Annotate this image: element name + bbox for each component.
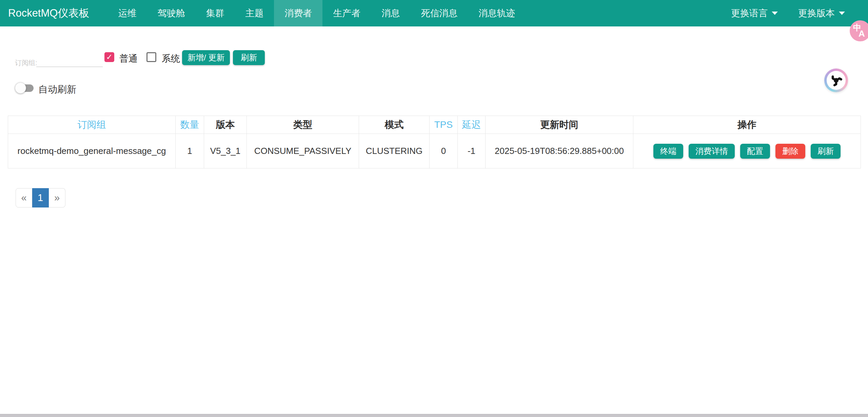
subscription-group-label: 订阅组: bbox=[15, 58, 37, 67]
table-row: rocketmq-demo_general-message_cg 1 V5_3_… bbox=[8, 134, 861, 168]
pagination-prev-button[interactable]: « bbox=[16, 188, 32, 207]
tri-spoke-logo-icon bbox=[830, 74, 843, 87]
col-header-tps[interactable]: TPS bbox=[430, 116, 458, 134]
toggle-knob bbox=[15, 82, 26, 94]
floating-logo-button[interactable] bbox=[824, 68, 848, 92]
config-button[interactable]: 配置 bbox=[740, 144, 770, 159]
horizontal-scrollbar[interactable] bbox=[0, 414, 868, 417]
nav-item-dlq-message[interactable]: 死信消息 bbox=[410, 0, 468, 26]
caret-down-icon bbox=[772, 12, 778, 15]
main-nav: 运维 驾驶舱 集群 主题 消费者 生产者 消息 死信消息 消息轨迹 bbox=[107, 0, 526, 26]
change-language-menu[interactable]: 更换语言 bbox=[721, 0, 788, 26]
normal-checkbox[interactable]: ✓ bbox=[104, 52, 114, 62]
pagination-page-1-button[interactable]: 1 bbox=[32, 188, 49, 207]
auto-refresh-label: 自动刷新 bbox=[38, 83, 76, 96]
col-header-update-time: 更新时间 bbox=[486, 116, 633, 134]
col-header-version: 版本 bbox=[204, 116, 247, 134]
nav-item-message[interactable]: 消息 bbox=[371, 0, 410, 26]
cell-subscription-group: rocketmq-demo_general-message_cg bbox=[8, 134, 176, 168]
check-icon: ✓ bbox=[106, 53, 113, 62]
col-header-quantity[interactable]: 数量 bbox=[176, 116, 204, 134]
system-checkbox-label[interactable]: 系统 bbox=[162, 53, 180, 65]
col-header-subscription-group[interactable]: 订阅组 bbox=[8, 116, 176, 134]
nav-item-topic[interactable]: 主题 bbox=[235, 0, 274, 26]
row-refresh-button[interactable]: 刷新 bbox=[811, 144, 841, 159]
col-header-delay[interactable]: 延迟 bbox=[458, 116, 486, 134]
pagination: « 1 » bbox=[16, 188, 65, 207]
app-title[interactable]: RocketMQ仪表板 bbox=[0, 0, 98, 26]
cell-actions: 终端 消费详情 配置 删除 刷新 bbox=[633, 134, 861, 168]
change-language-label: 更换语言 bbox=[731, 7, 768, 19]
nav-right: 更换语言 更换版本 bbox=[721, 0, 855, 26]
translate-fab-button[interactable]: 中 A bbox=[850, 20, 868, 41]
caret-down-icon bbox=[839, 12, 845, 15]
delete-button[interactable]: 删除 bbox=[775, 144, 805, 159]
cell-delay: -1 bbox=[458, 134, 486, 168]
cell-update-time: 2025-05-19T08:56:29.885+00:00 bbox=[486, 134, 633, 168]
auto-refresh-toggle[interactable] bbox=[15, 82, 34, 94]
change-version-menu[interactable]: 更换版本 bbox=[788, 0, 855, 26]
cell-tps: 0 bbox=[430, 134, 458, 168]
nav-item-dashboard[interactable]: 驾驶舱 bbox=[147, 0, 195, 26]
cell-type: CONSUME_PASSIVELY bbox=[247, 134, 359, 168]
cell-quantity: 1 bbox=[176, 134, 204, 168]
cell-mode: CLUSTERING bbox=[359, 134, 430, 168]
nav-item-producer[interactable]: 生产者 bbox=[322, 0, 371, 26]
consume-detail-button[interactable]: 消费详情 bbox=[689, 144, 735, 159]
nav-item-consumer[interactable]: 消费者 bbox=[274, 0, 322, 26]
cell-version: V5_3_1 bbox=[204, 134, 247, 168]
subscription-group-input[interactable] bbox=[36, 54, 103, 67]
logo-fab-inner bbox=[827, 71, 846, 90]
change-version-label: 更换版本 bbox=[798, 7, 835, 19]
normal-checkbox-label[interactable]: 普通 bbox=[119, 53, 138, 65]
top-navbar: RocketMQ仪表板 运维 驾驶舱 集群 主题 消费者 生产者 消息 死信消息… bbox=[0, 0, 868, 26]
client-button[interactable]: 终端 bbox=[653, 144, 683, 159]
nav-item-ops[interactable]: 运维 bbox=[107, 0, 147, 26]
row-action-buttons: 终端 消费详情 配置 删除 刷新 bbox=[633, 134, 861, 168]
system-checkbox[interactable] bbox=[146, 52, 156, 62]
col-header-actions: 操作 bbox=[633, 116, 861, 134]
add-update-button[interactable]: 新增/ 更新 bbox=[182, 50, 230, 65]
col-header-type: 类型 bbox=[247, 116, 359, 134]
consumer-group-table: 订阅组 数量 版本 类型 模式 TPS 延迟 更新时间 操作 rocketmq-… bbox=[8, 116, 861, 168]
pagination-next-button[interactable]: » bbox=[49, 188, 65, 207]
nav-item-message-trace[interactable]: 消息轨迹 bbox=[468, 0, 526, 26]
table-header-row: 订阅组 数量 版本 类型 模式 TPS 延迟 更新时间 操作 bbox=[8, 116, 861, 134]
nav-item-cluster[interactable]: 集群 bbox=[195, 0, 235, 26]
col-header-mode: 模式 bbox=[359, 116, 430, 134]
refresh-button[interactable]: 刷新 bbox=[233, 50, 265, 65]
